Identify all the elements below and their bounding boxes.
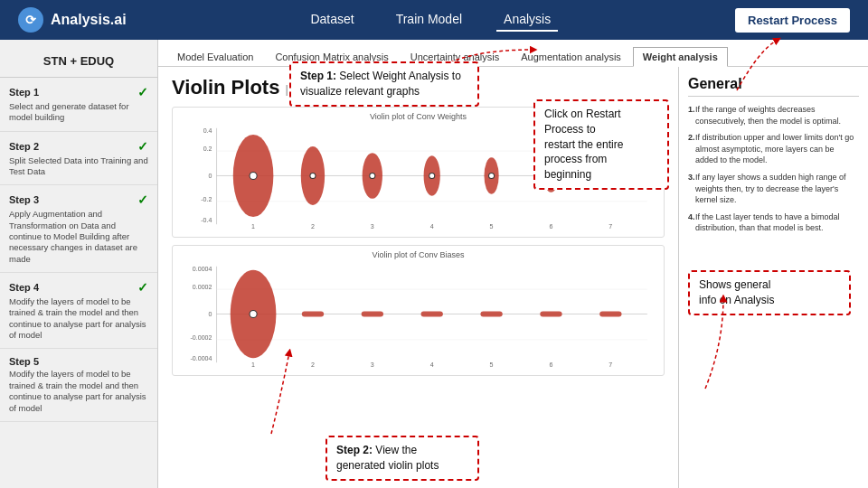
svg-rect-44 xyxy=(362,311,383,316)
callout-general: Shows generalinfo on Analysis xyxy=(688,270,851,315)
violin-plot-2-title: Violin plot of Conv Biases xyxy=(180,250,656,259)
body-area: Violin Plots | Violin plot of Conv Weigh… xyxy=(158,67,868,488)
logo-icon: ⟳ xyxy=(18,7,43,33)
violin-plot-1-svg: 0.4 0.2 0 -0.2 -0.4 1 xyxy=(180,123,656,230)
step-2-label: Step 2 xyxy=(9,141,39,152)
sidebar-title: STN + EDUQ xyxy=(0,49,157,78)
svg-text:2: 2 xyxy=(311,361,315,368)
step-5-item: Step 5 Modify the layers of model to be … xyxy=(0,349,157,421)
restart-process-button[interactable]: Restart Process xyxy=(735,8,850,33)
step-3-label: Step 3 xyxy=(9,194,39,205)
general-item-4: If the Last layer tends to have a bimoda… xyxy=(688,211,859,234)
svg-rect-52 xyxy=(599,311,621,316)
step-1-label: Step 1 xyxy=(9,87,39,98)
svg-rect-48 xyxy=(480,311,502,316)
violin-plot-1-title: Violin plot of Conv Weights xyxy=(180,112,656,121)
svg-text:6: 6 xyxy=(549,223,552,230)
general-item-2: If distribution upper and lower limits d… xyxy=(688,132,859,166)
plots-area: Violin Plots | Violin plot of Conv Weigh… xyxy=(158,67,678,488)
header: ⟳ Analysis.ai Dataset Train Model Analys… xyxy=(0,0,868,40)
svg-point-22 xyxy=(489,173,495,178)
svg-point-13 xyxy=(310,173,316,178)
svg-text:3: 3 xyxy=(371,361,374,368)
svg-rect-50 xyxy=(540,311,561,316)
step-3-desc: Apply Augmentation and Transformation on… xyxy=(9,209,148,265)
tab-model-evaluation[interactable]: Model Evaluation xyxy=(167,47,263,66)
step-1-check: ✓ xyxy=(137,85,148,99)
svg-text:0.2: 0.2 xyxy=(203,145,212,153)
svg-point-10 xyxy=(250,172,257,179)
svg-text:4: 4 xyxy=(430,223,434,230)
svg-text:7: 7 xyxy=(609,223,612,230)
general-item-1: If the range of weights decreases consec… xyxy=(688,104,859,127)
violin-plot-2-svg: 0.0004 0.0002 0 -0.0002 -0.0004 1 xyxy=(180,261,656,368)
nav-dataset[interactable]: Dataset xyxy=(303,8,361,32)
svg-point-19 xyxy=(429,173,435,178)
sub-tabs: Model Evaluation Confusion Matrix analys… xyxy=(158,40,868,67)
svg-text:-0.4: -0.4 xyxy=(201,217,212,224)
svg-text:1: 1 xyxy=(251,223,255,230)
tab-weight-analysis[interactable]: Weight analysis xyxy=(633,47,728,67)
right-panel: General If the range of weights decrease… xyxy=(678,67,868,488)
violin-plot-1: Violin plot of Conv Weights 0.4 0.2 0 -0… xyxy=(172,107,665,238)
main-layout: STN + EDUQ Step 1 ✓ Select and generate … xyxy=(0,40,868,488)
plots-title: Violin Plots | xyxy=(172,76,665,99)
svg-text:5: 5 xyxy=(490,223,494,230)
step-4-desc: Modify the layers of model to be trained… xyxy=(9,296,148,341)
svg-text:0.0002: 0.0002 xyxy=(193,284,212,291)
step-2-desc: Split Selected Data into Training and Te… xyxy=(9,155,148,178)
svg-text:4: 4 xyxy=(430,361,434,368)
svg-text:1: 1 xyxy=(251,361,255,368)
violin-plot-2: Violin plot of Conv Biases 0.0004 0.0002… xyxy=(172,245,665,376)
svg-text:0.0004: 0.0004 xyxy=(193,266,212,273)
svg-point-25 xyxy=(548,173,553,178)
step-3-item: Step 3 ✓ Apply Augmentation and Transfor… xyxy=(0,185,157,273)
svg-text:0.4: 0.4 xyxy=(203,127,212,135)
svg-text:7: 7 xyxy=(609,361,612,368)
general-title: General xyxy=(688,76,859,97)
step-4-check: ✓ xyxy=(137,280,148,295)
svg-text:3: 3 xyxy=(371,223,374,230)
step-3-check: ✓ xyxy=(137,192,148,207)
svg-rect-46 xyxy=(421,311,443,316)
svg-text:0: 0 xyxy=(209,173,212,180)
step-1-item: Step 1 ✓ Select and generate dataset for… xyxy=(0,78,157,132)
step-1-desc: Select and generate dataset for model bu… xyxy=(9,101,148,124)
svg-text:2: 2 xyxy=(311,223,315,230)
svg-text:-0.2: -0.2 xyxy=(201,196,212,203)
sidebar: STN + EDUQ Step 1 ✓ Select and generate … xyxy=(0,40,158,488)
tab-augmentation[interactable]: Augmentation analysis xyxy=(511,47,631,66)
step-5-label: Step 5 xyxy=(9,356,39,367)
logo-text: Analysis.ai xyxy=(51,12,127,28)
step-5-desc: Modify the layers of model to be trained… xyxy=(9,369,148,413)
svg-text:-0.0002: -0.0002 xyxy=(190,334,212,342)
header-nav: Dataset Train Model Analysis xyxy=(303,8,558,32)
step-2-item: Step 2 ✓ Split Selected Data into Traini… xyxy=(0,132,157,186)
general-item-3: If any layer shows a sudden high range o… xyxy=(688,172,859,206)
svg-text:-0.0004: -0.0004 xyxy=(190,355,212,362)
step-2-check: ✓ xyxy=(137,139,148,154)
tab-confusion-matrix[interactable]: Confusion Matrix analysis xyxy=(265,47,398,66)
svg-point-28 xyxy=(608,173,613,178)
svg-rect-42 xyxy=(302,311,324,316)
svg-text:5: 5 xyxy=(490,361,494,368)
svg-text:0: 0 xyxy=(209,311,212,318)
step-4-item: Step 4 ✓ Modify the layers of model to b… xyxy=(0,273,157,349)
nav-analysis[interactable]: Analysis xyxy=(496,8,558,32)
nav-train-model[interactable]: Train Model xyxy=(389,8,469,32)
tab-uncertainty[interactable]: Uncertainty analysis xyxy=(401,47,509,66)
callout-step2: Step 2: View thegenerated violin plots xyxy=(326,436,479,481)
svg-text:6: 6 xyxy=(549,361,552,368)
svg-point-40 xyxy=(250,310,257,317)
content-area: Model Evaluation Confusion Matrix analys… xyxy=(158,40,868,488)
svg-point-16 xyxy=(370,173,375,178)
step-4-label: Step 4 xyxy=(9,282,39,293)
logo: ⟳ Analysis.ai xyxy=(18,7,127,33)
